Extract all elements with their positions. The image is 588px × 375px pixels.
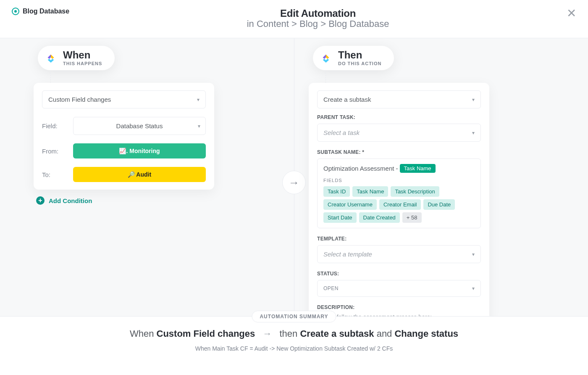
when-pill: When THIS HAPPENS [38, 46, 115, 70]
field-value: Database Status [116, 122, 163, 129]
template-select[interactable]: Select a template ▾ [317, 245, 481, 263]
subtask-name-text: Optimization Assessment - [323, 165, 398, 172]
title-block: Edit Automation in Content > Blog > Blog… [69, 8, 567, 29]
field-token[interactable]: Task Description [391, 186, 439, 197]
footer-summary: AUTOMATION SUMMARY When Custom Field cha… [0, 316, 588, 375]
to-label: To: [42, 171, 67, 178]
when-card: Custom Field changes ▾ Field: Database S… [34, 83, 214, 190]
trigger-select[interactable]: Custom Field changes ▾ [42, 90, 206, 108]
chevron-down-icon: ▾ [198, 123, 200, 129]
parent-task-label: PARENT TASK: [317, 114, 481, 120]
fields-label: FIELDS [323, 178, 475, 183]
flow-arrow-icon: → [282, 171, 306, 194]
action-select[interactable]: Create a subtask ▾ [317, 90, 481, 108]
chevron-down-icon: ▾ [472, 251, 475, 257]
field-token[interactable]: Date Created [359, 212, 400, 223]
status-select[interactable]: OPEN ▾ [317, 280, 481, 297]
when-header: When [63, 50, 102, 60]
description-label: DESCRIPTION: [317, 304, 481, 310]
add-condition-button[interactable]: + Add Condition [36, 196, 214, 205]
fields-tokens: Task ID Task Name Task Description Creat… [323, 186, 475, 223]
location-block[interactable]: Blog Database [12, 8, 69, 15]
page-title: Edit Automation [69, 8, 567, 19]
when-subheader: THIS HAPPENS [63, 61, 102, 66]
then-card: Create a subtask ▾ PARENT TASK: Select a… [309, 83, 489, 322]
summary-chip: AUTOMATION SUMMARY [252, 311, 336, 322]
connector-line [50, 70, 214, 83]
action-value: Create a subtask [323, 96, 371, 103]
plus-icon: + [36, 196, 45, 205]
field-token-more[interactable]: + 58 [402, 212, 422, 223]
then-column: Then DO THIS ACTION Create a subtask ▾ P… [309, 46, 489, 322]
template-placeholder: Select a template [323, 251, 372, 258]
header-bar: Blog Database Edit Automation in Content… [0, 0, 588, 29]
then-header: Then [338, 50, 381, 60]
subtask-name-token[interactable]: Task Name [400, 164, 436, 173]
chevron-down-icon: ▾ [472, 130, 475, 136]
summary-sub-text: When Main Task CF = Audit -> New Optimiz… [0, 345, 588, 352]
when-column: When THIS HAPPENS Custom Field changes ▾… [34, 46, 214, 205]
close-icon[interactable]: ✕ [567, 8, 576, 19]
template-label: TEMPLATE: [317, 236, 481, 242]
breadcrumb: in Content > Blog > Blog Database [69, 18, 567, 29]
chevron-down-icon: ▾ [472, 97, 475, 103]
connector-line [326, 70, 489, 83]
chevron-down-icon: ▾ [472, 285, 475, 291]
from-label: From: [42, 148, 67, 155]
then-pill: Then DO THIS ACTION [313, 46, 394, 70]
then-subheader: DO THIS ACTION [338, 61, 381, 66]
parent-task-select[interactable]: Select a task ▾ [317, 124, 481, 142]
field-token[interactable]: Creator Email [379, 199, 421, 210]
summary-main-text: When Custom Field changes → then Create … [0, 328, 588, 339]
parent-task-placeholder: Select a task [323, 129, 360, 136]
location-text: Blog Database [23, 8, 69, 15]
field-token[interactable]: Due Date [423, 199, 455, 210]
clickup-logo-icon [44, 51, 58, 65]
status-label: STATUS: [317, 271, 481, 277]
from-status-pill[interactable]: 📈. Monitoring [73, 143, 206, 158]
automation-canvas: → When THIS HAPPENS Custom Field changes… [0, 38, 588, 316]
clickup-logo-icon [319, 51, 333, 65]
to-status-pill[interactable]: 🔎 Audit [73, 167, 206, 182]
arrow-right-icon: → [262, 328, 272, 339]
field-select[interactable]: Database Status ▾ [73, 117, 206, 135]
trigger-value: Custom Field changes [48, 96, 111, 103]
field-label: Field: [42, 122, 67, 129]
chevron-down-icon: ▾ [197, 97, 200, 103]
field-token[interactable]: Creator Username [323, 199, 377, 210]
subtask-name-label: SUBTASK NAME: * [317, 149, 481, 155]
location-pin-icon [12, 8, 19, 15]
field-token[interactable]: Start Date [323, 212, 357, 223]
subtask-name-input[interactable]: Optimization Assessment - Task Name FIEL… [317, 158, 481, 228]
status-value: OPEN [323, 285, 339, 291]
field-token[interactable]: Task Name [352, 186, 388, 197]
field-token[interactable]: Task ID [323, 186, 350, 197]
